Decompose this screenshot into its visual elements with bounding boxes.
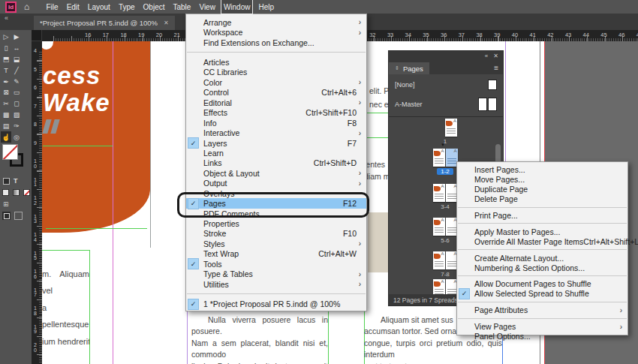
menu-item-move-pages[interactable]: Move Pages...	[457, 175, 627, 185]
menu-item-1-project-proposal-pr-5-indd-100[interactable]: ✓1 *Project Proposal PR 5.indd @ 100%	[186, 299, 366, 308]
menu-table[interactable]: Table	[171, 0, 193, 14]
page-thumbnail[interactable]: A	[433, 279, 445, 294]
menu-item-tools[interactable]: ✓Tools	[186, 259, 366, 269]
page-thumbnail[interactable]: A	[433, 218, 445, 236]
menu-item-object-layout[interactable]: Object & Layout›	[186, 168, 366, 178]
preview-mode-button[interactable]	[14, 212, 23, 220]
gradient-swatch-tool-icon[interactable]: ▩	[1, 110, 11, 121]
menu-item-apply-master-to-pages[interactable]: Apply Master to Pages...	[457, 227, 627, 236]
menu-help[interactable]: Help	[257, 0, 276, 14]
menu-item-layers[interactable]: ✓LayersF7	[186, 138, 366, 148]
page-thumbnail[interactable]: A	[433, 149, 445, 167]
menu-item-stroke[interactable]: StrokeF10	[186, 229, 366, 239]
menu-item-color[interactable]: Color›	[186, 77, 366, 87]
gradient-feather-tool-icon[interactable]: ▨	[11, 110, 22, 121]
ruler-origin-corner[interactable]	[32, 30, 42, 41]
master-row-none[interactable]: [None]	[389, 76, 503, 94]
menu-item-links[interactable]: LinksCtrl+Shift+D	[186, 158, 366, 168]
master-row-a-master[interactable]: A-Master	[389, 94, 503, 115]
apply-none-button[interactable]	[23, 189, 30, 196]
menu-file[interactable]: File	[44, 0, 60, 14]
menu-item-arrange[interactable]: Arrange›	[186, 17, 366, 27]
content-collector-tool-icon[interactable]: ⬒	[1, 54, 11, 65]
view-options-icon[interactable]: ⊞	[3, 200, 9, 208]
document-tab[interactable]: *Project Proposal PR 5.indd @ 100% ✕	[34, 16, 175, 30]
menu-view[interactable]: View	[197, 0, 218, 14]
zoom-tool-icon[interactable]: ◎	[11, 131, 22, 143]
menu-item-workspace[interactable]: Workspace›	[186, 27, 366, 37]
column-guide[interactable]	[505, 41, 506, 161]
menu-item-effects[interactable]: EffectsCtrl+Shift+F10	[186, 108, 366, 118]
menu-item-text-wrap[interactable]: Text WrapCtrl+Alt+W	[186, 249, 366, 259]
menu-layout[interactable]: Layout	[86, 0, 112, 14]
vertical-ruler[interactable]: 4567891011121314151617181920	[32, 41, 42, 364]
collapse-tools-panel-icon[interactable]: «	[5, 14, 8, 22]
menu-item-view-pages[interactable]: View Pages›	[457, 322, 627, 332]
menu-item-create-alternate-layout[interactable]: Create Alternate Layout...	[457, 253, 627, 263]
menu-item-delete-page[interactable]: Delete Page	[457, 194, 627, 204]
hand-tool-icon[interactable]: ☝	[1, 131, 11, 143]
selection-tool-icon[interactable]: ▷	[1, 32, 11, 43]
menu-item-styles[interactable]: Styles›	[186, 239, 366, 248]
ruler-guide[interactable]	[43, 146, 113, 146]
menu-window[interactable]: Window	[221, 0, 252, 14]
menu-item-find-extensions-on-exchange[interactable]: Find Extensions on Exchange...	[186, 38, 366, 47]
menu-item-duplicate-page[interactable]: Duplicate Page	[457, 185, 627, 194]
page-tool-icon[interactable]: ▯	[1, 43, 11, 54]
normal-mode-button[interactable]	[2, 212, 11, 220]
page-thumbnail[interactable]: A	[433, 184, 445, 202]
home-icon[interactable]: ⌂	[24, 2, 35, 11]
menu-item-articles[interactable]: Articles	[186, 57, 366, 67]
menu-item-insert-pages[interactable]: Insert Pages...	[457, 165, 627, 175]
menu-item-panel-options[interactable]: Panel Options...	[457, 332, 627, 341]
free-transform-tool-icon[interactable]: ◻	[11, 98, 22, 110]
menu-object[interactable]: Object	[141, 0, 167, 14]
pen-tool-icon[interactable]: ✒	[1, 76, 11, 87]
rectangle-tool-icon[interactable]: ▭	[11, 87, 22, 98]
orange-shape[interactable]: cessWake	[42, 41, 150, 233]
type-tool-icon[interactable]: T	[1, 65, 11, 76]
eyedropper-tool-icon[interactable]: ✑	[11, 120, 22, 131]
text-column-middle[interactable]: Nulla viverra posuere lacus in posuere.N…	[191, 314, 328, 364]
content-placer-tool-icon[interactable]: ⬓	[11, 54, 22, 65]
menu-item-editorial[interactable]: Editorial›	[186, 98, 366, 107]
apply-gradient-button[interactable]	[13, 189, 20, 196]
close-tab-icon[interactable]: ✕	[164, 20, 169, 26]
pages-panel-tab[interactable]: ⇕ Pages	[389, 62, 429, 74]
scissors-tool-icon[interactable]: ✂	[1, 98, 11, 110]
gap-tool-icon[interactable]: ↔	[11, 43, 22, 54]
collapse-icons-icon[interactable]: «	[485, 53, 488, 59]
page-thumbnail[interactable]: A	[433, 251, 445, 269]
menu-item-allow-selected-spread-to-shuffle[interactable]: ✓Allow Selected Spread to Shuffle	[457, 289, 627, 299]
menu-item-page-attributes[interactable]: Page Attributes›	[457, 305, 627, 315]
apply-color-button[interactable]	[2, 189, 9, 196]
page-thumbnail[interactable]: A	[445, 119, 457, 137]
menu-item-type-tables[interactable]: Type & Tables›	[186, 269, 366, 279]
menu-item-utilities[interactable]: Utilities›	[186, 279, 366, 289]
menu-item-allow-document-pages-to-shuffle[interactable]: Allow Document Pages to Shuffle	[457, 279, 627, 289]
menu-item-numbering-section-options[interactable]: Numbering & Section Options...	[457, 263, 627, 272]
menu-item-override-all-master-page-items[interactable]: Override All Master Page ItemsCtrl+Alt+S…	[457, 236, 627, 246]
pencil-tool-icon[interactable]: ✎	[11, 76, 22, 87]
direct-selection-tool-icon[interactable]: ▶	[11, 32, 22, 43]
apply-to-text-button[interactable]: T	[14, 177, 18, 185]
menu-item-print-page[interactable]: Print Page...	[457, 211, 627, 221]
text-column-left[interactable]: m. Aliquam vela pellentesqueium hendreri…	[42, 266, 89, 364]
menu-item-interactive[interactable]: Interactive›	[186, 128, 366, 137]
menu-item-learn[interactable]: Learn	[186, 148, 366, 158]
menu-type[interactable]: Type	[116, 0, 137, 14]
menu-item-cc-libraries[interactable]: CC Libraries	[186, 68, 366, 77]
menu-item-output[interactable]: Output›	[186, 179, 366, 188]
menu-edit[interactable]: Edit	[65, 0, 81, 14]
image-frame[interactable]	[368, 212, 389, 272]
note-tool-icon[interactable]: ▤	[1, 120, 11, 131]
margin-guide[interactable]	[113, 41, 113, 364]
spread-thumbnail-1[interactable]: A	[420, 119, 470, 137]
menu-item-control[interactable]: ControlCtrl+Alt+6	[186, 88, 366, 98]
fill-swatch[interactable]	[2, 144, 18, 160]
panel-menu-icon[interactable]: ≡	[489, 64, 503, 72]
menu-item-properties[interactable]: Properties	[186, 218, 366, 228]
frame-tool-icon[interactable]: ⊠	[1, 87, 11, 98]
line-tool-icon[interactable]: ╱	[11, 65, 22, 76]
apply-to-container-button[interactable]	[3, 178, 10, 185]
